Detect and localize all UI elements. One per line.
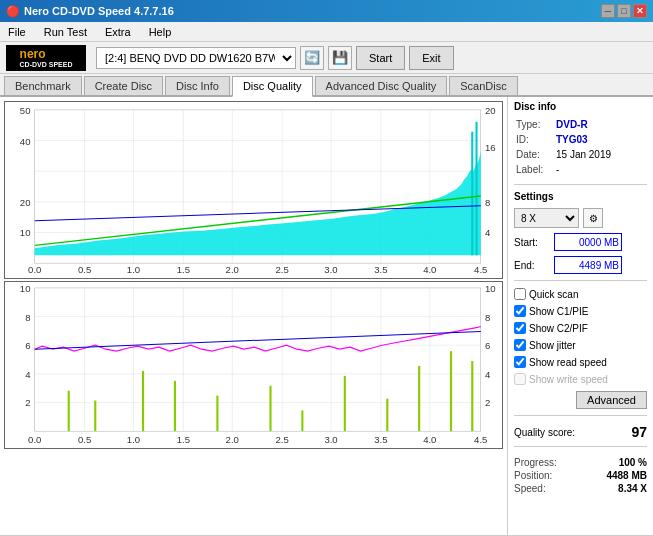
svg-text:0.0: 0.0 [28,435,41,445]
svg-text:8: 8 [485,313,490,323]
advanced-button[interactable]: Advanced [576,391,647,409]
show-jitter-checkbox[interactable] [514,339,526,351]
toolbar: nero CD-DVD SPEED [2:4] BENQ DVD DD DW16… [0,42,653,74]
settings-icon-button[interactable]: ⚙ [583,208,603,228]
svg-text:1.0: 1.0 [127,435,140,445]
quality-score-value: 97 [631,424,647,440]
close-button[interactable]: ✕ [633,4,647,18]
svg-text:1.5: 1.5 [177,435,190,445]
tab-disc-info[interactable]: Disc Info [165,76,230,95]
show-write-speed-checkbox [514,373,526,385]
svg-text:0.5: 0.5 [78,265,91,275]
show-c2-pif-checkbox[interactable] [514,322,526,334]
start-button[interactable]: Start [356,46,405,70]
position-label: Position: [514,470,552,481]
menu-file[interactable]: File [4,24,30,40]
nero-logo: nero CD-DVD SPEED [6,45,86,71]
show-read-speed-row: Show read speed [514,356,647,368]
settings-title: Settings [514,191,647,202]
speed-row: 8 X ⚙ [514,208,647,228]
position-value: 4488 MB [606,470,647,481]
svg-text:20: 20 [20,198,31,208]
menu-help[interactable]: Help [145,24,176,40]
show-write-speed-label: Show write speed [529,374,608,385]
date-value: 15 Jan 2019 [556,148,645,161]
top-chart-svg: 50 40 20 10 20 16 8 4 0.0 0.5 1.0 1.5 2.… [5,102,502,278]
svg-text:2: 2 [485,399,490,409]
show-c2-pif-row: Show C2/PIF [514,322,647,334]
app-title: Nero CD-DVD Speed 4.7.7.16 [24,5,174,17]
progress-section: Progress: 100 % Position: 4488 MB Speed:… [514,456,647,495]
quick-scan-label: Quick scan [529,289,578,300]
svg-text:2.0: 2.0 [226,265,239,275]
svg-text:4.5: 4.5 [474,435,487,445]
maximize-button[interactable]: □ [617,4,631,18]
save-button[interactable]: 💾 [328,46,352,70]
disc-info-table: Type: DVD-R ID: TYG03 Date: 15 Jan 2019 … [514,116,647,178]
disc-label-label: Label: [516,163,554,176]
show-jitter-row: Show jitter [514,339,647,351]
minimize-button[interactable]: ─ [601,4,615,18]
svg-text:20: 20 [485,106,496,116]
svg-text:4: 4 [485,229,490,239]
menu-run-test[interactable]: Run Test [40,24,91,40]
menu-bar: File Run Test Extra Help [0,22,653,42]
show-read-speed-checkbox[interactable] [514,356,526,368]
id-label: ID: [516,133,554,146]
svg-text:40: 40 [20,137,31,147]
drive-select[interactable]: [2:4] BENQ DVD DD DW1620 B7W9 [96,47,296,69]
svg-text:4.5: 4.5 [474,265,487,275]
right-panel: Disc info Type: DVD-R ID: TYG03 Date: 15… [508,97,653,535]
id-value: TYG03 [556,133,645,146]
quality-score-row: Quality score: 97 [514,424,647,440]
show-c1-pie-checkbox[interactable] [514,305,526,317]
menu-extra[interactable]: Extra [101,24,135,40]
disc-info-title: Disc info [514,101,647,112]
svg-text:3.0: 3.0 [324,435,337,445]
window-controls: ─ □ ✕ [601,4,647,18]
tab-scan-disc[interactable]: ScanDisc [449,76,517,95]
bottom-chart-svg: 10 8 6 4 2 10 8 6 4 2 0.0 0.5 1.0 1.5 2.… [5,282,502,448]
tab-create-disc[interactable]: Create Disc [84,76,163,95]
svg-text:1.0: 1.0 [127,265,140,275]
tab-disc-quality[interactable]: Disc Quality [232,76,313,97]
tab-benchmark[interactable]: Benchmark [4,76,82,95]
refresh-button[interactable]: 🔄 [300,46,324,70]
quality-score-label: Quality score: [514,427,575,438]
show-read-speed-label: Show read speed [529,357,607,368]
start-input[interactable] [554,233,622,251]
quick-scan-checkbox[interactable] [514,288,526,300]
show-c1-pie-row: Show C1/PIE [514,305,647,317]
end-input[interactable] [554,256,622,274]
svg-text:8: 8 [25,313,30,323]
show-c2-pif-label: Show C2/PIF [529,323,588,334]
svg-text:3.0: 3.0 [324,265,337,275]
svg-text:0.5: 0.5 [78,435,91,445]
tab-bar: Benchmark Create Disc Disc Info Disc Qua… [0,74,653,97]
start-label: Start: [514,237,552,248]
divider-3 [514,415,647,416]
disc-label-value: - [556,163,645,176]
svg-text:6: 6 [485,341,490,351]
progress-row: Progress: 100 % [514,456,647,469]
speed-select[interactable]: 8 X [514,208,579,228]
svg-text:8: 8 [485,198,490,208]
charts-area: 50 40 20 10 20 16 8 4 0.0 0.5 1.0 1.5 2.… [0,97,508,535]
svg-text:3.5: 3.5 [374,435,387,445]
date-label: Date: [516,148,554,161]
svg-text:4.0: 4.0 [423,265,436,275]
divider-4 [514,446,647,447]
svg-text:10: 10 [20,229,31,239]
svg-text:2.0: 2.0 [226,435,239,445]
svg-text:4: 4 [25,370,30,380]
tab-advanced-disc-quality[interactable]: Advanced Disc Quality [315,76,448,95]
svg-text:3.5: 3.5 [374,265,387,275]
type-label: Type: [516,118,554,131]
svg-text:6: 6 [25,341,30,351]
position-row: Position: 4488 MB [514,469,647,482]
exit-button[interactable]: Exit [409,46,453,70]
svg-text:1.5: 1.5 [177,265,190,275]
end-label: End: [514,260,552,271]
speed-label-progress: Speed: [514,483,546,494]
divider-1 [514,184,647,185]
